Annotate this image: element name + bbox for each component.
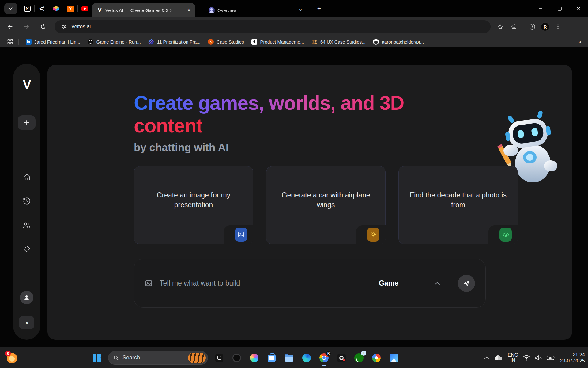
app-photos[interactable] (388, 352, 400, 364)
cube-3d-icon (53, 5, 59, 12)
app-lens[interactable] (231, 352, 243, 364)
bookmark-star-button[interactable] (494, 21, 506, 33)
pinned-tab-hackernews[interactable]: Y (63, 0, 77, 17)
widgets-button[interactable]: 8 (6, 352, 18, 364)
bookmarks-overflow-button[interactable]: » (578, 38, 581, 45)
app-google[interactable] (370, 352, 383, 364)
performance-button[interactable] (526, 21, 538, 33)
eye-icon (502, 231, 509, 238)
apps-grid-button[interactable] (5, 37, 15, 46)
pinned-tab-veltos[interactable]: V (35, 0, 49, 17)
sidebar-item-community[interactable] (13, 221, 40, 229)
tray-chevron-up-icon[interactable] (484, 356, 489, 359)
prompt-composer[interactable]: Game (134, 259, 486, 308)
lightbulb-icon (370, 231, 377, 238)
tab-overview[interactable]: Overview ✕ (204, 3, 307, 17)
headline-line1: Create games, worlds, and 3D (134, 92, 404, 114)
app-xbox[interactable]: 1 (353, 352, 365, 364)
taskbar-search[interactable]: Search (108, 351, 208, 365)
user-avatar[interactable] (20, 291, 33, 304)
app-copilot[interactable] (248, 352, 260, 364)
card-text: Create an image for my presentation (142, 190, 245, 210)
new-chat-button[interactable] (18, 115, 36, 130)
profile-avatar[interactable]: R (541, 22, 550, 31)
prompt-input[interactable] (160, 279, 379, 287)
minimize-button[interactable] (531, 0, 550, 17)
sidebar-item-tags[interactable] (13, 245, 40, 253)
wifi-icon[interactable] (523, 355, 530, 361)
onedrive-cloud-icon[interactable] (494, 355, 503, 361)
plus-icon (24, 120, 30, 126)
app-edge[interactable] (300, 352, 313, 364)
new-tab-button[interactable]: + (314, 3, 324, 14)
suggestion-card-find[interactable]: Find the decade that a photo is from (398, 166, 518, 244)
language-top: ENG (507, 352, 518, 358)
start-button[interactable] (91, 352, 103, 364)
bookmark-label: Game Engine - Run... (96, 39, 141, 44)
tab-close-icon[interactable]: ✕ (186, 7, 192, 13)
tab-search-button[interactable] (4, 3, 17, 14)
veltos-logo: V (13, 78, 40, 92)
headline-line2: content (134, 115, 202, 137)
task-view-button[interactable] (213, 352, 225, 364)
mode-selector-value[interactable]: Game (379, 279, 398, 287)
maximize-button[interactable] (550, 0, 569, 17)
search-icon (113, 355, 119, 361)
forward-button[interactable] (20, 20, 33, 33)
reload-button[interactable] (37, 20, 50, 33)
bookmark-item[interactable]: Product Manageme... (248, 37, 308, 46)
sidebar-expand-button[interactable]: » (19, 316, 34, 329)
app-chrome[interactable]: R (318, 352, 330, 364)
pinned-tab-youtube[interactable] (78, 0, 92, 17)
tune-icon (61, 24, 67, 29)
card-badge (235, 228, 247, 242)
close-button[interactable] (569, 0, 588, 17)
app-dark-tool[interactable] (335, 352, 348, 364)
chevron-up-icon[interactable] (435, 282, 440, 285)
back-button[interactable] (4, 20, 17, 33)
search-highlight-image[interactable] (188, 353, 206, 363)
suggestion-card-image[interactable]: Create an image for my presentation (134, 166, 253, 244)
sidebar-item-history[interactable] (13, 197, 40, 205)
page-subtitle: by chatting with AI (134, 141, 471, 154)
battery-saver-icon[interactable] (547, 355, 555, 360)
send-icon (463, 279, 470, 287)
bookmark-item[interactable]: Game Engine - Run... (84, 37, 145, 46)
language-bottom: IN (507, 358, 518, 363)
send-button[interactable] (458, 275, 475, 292)
tab-close-icon[interactable]: ✕ (297, 7, 304, 13)
tab-veltos-active[interactable]: V Veltos AI — Create Games & 3D ✕ (92, 3, 195, 17)
app-file-explorer[interactable] (283, 352, 295, 364)
volume-muted-icon[interactable] (535, 355, 542, 361)
suggestion-cards: Create an image for my presentation Gene… (134, 166, 518, 244)
google-pinwheel-icon (372, 354, 381, 362)
veltos-v-icon: V (96, 7, 103, 13)
veltos-chevron-icon: V (38, 6, 46, 11)
bookmark-item[interactable]: 64 UX Case Studies... (308, 37, 369, 46)
suggestion-card-generate[interactable]: Generate a car with airplane wings (266, 166, 386, 244)
avatar-favicon (208, 7, 215, 13)
windows-logo-icon (93, 354, 101, 362)
bookmark-item[interactable]: S Case Studies (204, 37, 247, 46)
forward-icon (23, 23, 30, 30)
bookmark-item[interactable]: in Jared Friedman | Lin... (22, 37, 84, 46)
github-icon (373, 39, 379, 45)
attach-image-button[interactable] (145, 279, 153, 287)
sidebar-item-home[interactable] (13, 173, 40, 181)
extensions-button[interactable] (508, 21, 520, 33)
bookmarks-bar: in Jared Friedman | Lin... Game Engine -… (0, 36, 588, 47)
page-headline: Create games, worlds, and 3D content (134, 92, 471, 137)
card-badge (367, 228, 379, 242)
pinned-tab-cube[interactable] (49, 0, 63, 17)
site-settings-button[interactable] (59, 22, 69, 31)
bookmark-item[interactable]: aaronbatchelder/pr... (369, 37, 428, 46)
browser-menu-button[interactable] (552, 21, 564, 33)
youtube-icon (81, 6, 88, 11)
app-microsoft-store[interactable] (266, 352, 278, 364)
divider (18, 39, 19, 45)
language-indicator[interactable]: ENG IN (507, 352, 518, 363)
address-bar[interactable]: veltos.ai (55, 20, 491, 33)
bookmark-item[interactable]: 11 Prioritization Fra... (145, 37, 204, 46)
pinned-tab-notion[interactable]: N (20, 0, 34, 17)
taskbar-clock[interactable]: 21:24 29-07-2025 (560, 352, 585, 364)
